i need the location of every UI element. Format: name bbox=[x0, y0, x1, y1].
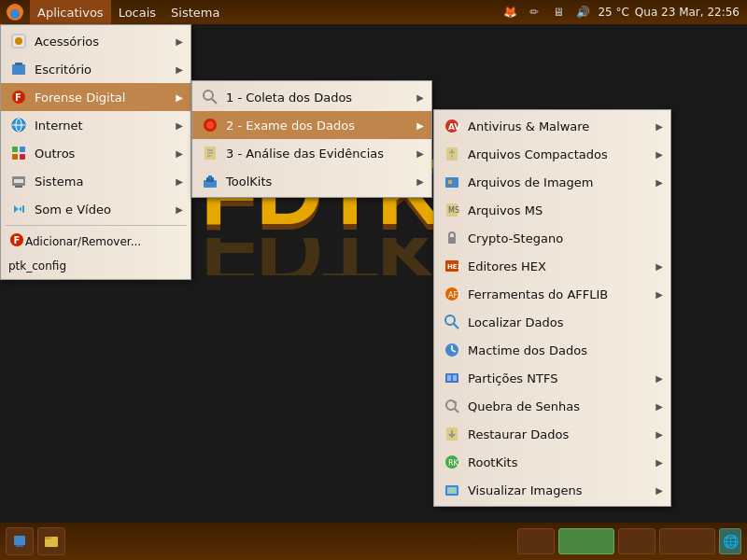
svg-rect-43 bbox=[448, 237, 456, 244]
menu-item-toolkits[interactable]: ToolKits ▶ bbox=[192, 167, 431, 195]
editores-hex-arrow: ▶ bbox=[655, 261, 663, 272]
menu-item-arq-imagem[interactable]: Arquivos de Imagem ▶ bbox=[434, 168, 670, 196]
menu-item-quebra-senhas[interactable]: Quebra de Senhas ▶ bbox=[434, 392, 670, 420]
internet-arrow: ▶ bbox=[176, 120, 183, 131]
system-tray: 🦊 ✏️ 🖥 🔊 25 °C Qua 23 Mar, 22:56 bbox=[500, 3, 747, 21]
svg-text:AFF: AFF bbox=[448, 291, 460, 300]
svg-point-23 bbox=[204, 91, 213, 100]
menubar-aplicativos[interactable]: Aplicativos bbox=[30, 0, 111, 24]
forense-icon: F bbox=[8, 87, 29, 107]
arq-imagem-icon bbox=[442, 172, 462, 192]
svg-rect-69 bbox=[45, 537, 51, 539]
menu-item-somvideo[interactable]: Som e Vídeo ▶ bbox=[1, 195, 190, 223]
taskbar-app-2[interactable] bbox=[558, 528, 614, 554]
firefox-tray-icon[interactable]: 🦊 bbox=[500, 3, 519, 21]
acessorios-icon bbox=[8, 31, 29, 51]
arq-ms-icon: MS bbox=[442, 200, 462, 220]
toolkits-icon bbox=[200, 171, 220, 191]
svg-point-3 bbox=[15, 37, 22, 45]
svg-rect-54 bbox=[447, 375, 451, 381]
crypto-icon bbox=[442, 228, 462, 248]
exame-arrow: ▶ bbox=[416, 120, 424, 131]
menu-level1: Acessórios ▶ Escritório ▶ F Forense Digi… bbox=[0, 24, 191, 280]
menu-item-acessorios[interactable]: Acessórios ▶ bbox=[1, 27, 190, 55]
coleta-icon bbox=[200, 87, 220, 107]
svg-text:AV: AV bbox=[448, 122, 460, 132]
menu-item-arq-ms[interactable]: MS Arquivos MS bbox=[434, 196, 670, 224]
exame-icon bbox=[200, 115, 220, 135]
outros-arrow: ▶ bbox=[176, 148, 183, 159]
menu-item-editores-hex[interactable]: HEX Editores HEX ▶ bbox=[434, 252, 670, 280]
analise-arrow: ▶ bbox=[416, 148, 424, 159]
menu-item-particoes[interactable]: Partições NTFS ▶ bbox=[434, 364, 670, 392]
edit-tray-icon[interactable]: ✏️ bbox=[525, 3, 543, 21]
antivirus-icon: AV bbox=[442, 116, 462, 136]
volume-tray-icon[interactable]: 🔊 bbox=[573, 3, 592, 21]
taskbar-app-1[interactable] bbox=[517, 528, 555, 554]
svg-text:RK: RK bbox=[448, 459, 459, 468]
visualizar-icon bbox=[442, 480, 462, 500]
coleta-arrow: ▶ bbox=[416, 92, 424, 103]
svg-rect-66 bbox=[14, 536, 25, 545]
show-desktop-icon bbox=[12, 534, 27, 549]
svg-line-24 bbox=[212, 99, 217, 104]
forense-arrow: ▶ bbox=[176, 92, 183, 103]
app-menu-icon[interactable] bbox=[4, 1, 26, 23]
menu-item-outros[interactable]: Outros ▶ bbox=[1, 139, 190, 167]
analise-icon bbox=[200, 143, 220, 163]
menu-item-internet[interactable]: Internet ▶ bbox=[1, 111, 190, 139]
ferramentas-afflib-icon: AFF bbox=[442, 284, 462, 304]
menu-item-adicionar[interactable]: F Adicionar/Remover... bbox=[1, 228, 190, 255]
ferramentas-afflib-arrow: ▶ bbox=[655, 289, 663, 300]
menu-item-ptk-config[interactable]: ptk_config bbox=[1, 255, 190, 277]
submenu-container: 1 - Coleta dos Dados ▶ 2 - Exame dos Dad… bbox=[191, 80, 432, 198]
svg-rect-16 bbox=[15, 186, 22, 188]
acessorios-arrow: ▶ bbox=[176, 36, 183, 47]
svg-rect-20 bbox=[22, 205, 24, 213]
svg-rect-4 bbox=[12, 64, 25, 75]
menu-item-restaurar[interactable]: Restaurar Dados ▶ bbox=[434, 420, 670, 448]
menu-item-crypto[interactable]: Crypto-Stegano bbox=[434, 224, 670, 252]
restaurar-arrow: ▶ bbox=[655, 429, 663, 440]
menu-item-ferramentas-afflib[interactable]: AFF Ferramentas do AFFLIB ▶ bbox=[434, 280, 670, 308]
svg-point-26 bbox=[206, 121, 214, 129]
menubar-locais[interactable]: Locais bbox=[111, 0, 163, 24]
menu-item-sistema[interactable]: Sistema ▶ bbox=[1, 167, 190, 195]
menu-item-localizar[interactable]: Localizar Dados bbox=[434, 308, 670, 336]
svg-rect-17 bbox=[14, 179, 23, 183]
display-tray-icon[interactable]: 🖥 bbox=[549, 3, 568, 21]
svg-rect-12 bbox=[20, 147, 25, 152]
menu-item-mactime[interactable]: Mactime dos Dados bbox=[434, 336, 670, 364]
escritorio-arrow: ▶ bbox=[176, 64, 183, 75]
menu-item-coleta[interactable]: 1 - Coleta dos Dados ▶ bbox=[192, 83, 431, 111]
svg-point-1 bbox=[10, 9, 20, 19]
menu-item-arq-compact[interactable]: Arquivos Compactados ▶ bbox=[434, 140, 670, 168]
menu-item-visualizar[interactable]: Visualizar Imagens ▶ bbox=[434, 476, 670, 504]
taskbar-show-desktop[interactable] bbox=[6, 527, 34, 555]
taskbar-app-3[interactable] bbox=[618, 528, 655, 554]
svg-rect-5 bbox=[15, 63, 22, 65]
menu-item-rootkits[interactable]: RK RootKits ▶ bbox=[434, 448, 670, 476]
svg-rect-55 bbox=[453, 375, 457, 381]
somvideo-icon bbox=[8, 199, 29, 219]
file-manager-icon bbox=[44, 534, 59, 549]
menu-item-exame[interactable]: 2 - Exame dos Dados ▶ bbox=[192, 111, 431, 139]
particoes-arrow: ▶ bbox=[655, 373, 663, 384]
menubar-sistema[interactable]: Sistema bbox=[163, 0, 227, 24]
taskbar-app-4[interactable] bbox=[659, 528, 715, 554]
adicionar-icon: F bbox=[8, 231, 25, 251]
menu-item-antivirus[interactable]: AV Antivirus & Malware ▶ bbox=[434, 112, 670, 140]
somvideo-arrow: ▶ bbox=[176, 204, 183, 215]
visualizar-arrow: ▶ bbox=[655, 485, 663, 496]
svg-text:HEX: HEX bbox=[447, 263, 460, 271]
menu-item-escritorio[interactable]: Escritório ▶ bbox=[1, 55, 190, 83]
taskbar-file-manager[interactable] bbox=[37, 527, 65, 555]
menu-item-forense[interactable]: F Forense Digital ▶ bbox=[1, 83, 190, 111]
quebra-senhas-icon bbox=[442, 396, 462, 416]
quebra-senhas-arrow: ▶ bbox=[655, 401, 663, 412]
localizar-icon bbox=[442, 312, 462, 332]
taskbar-app-5[interactable]: 🌐 bbox=[719, 528, 741, 554]
svg-point-48 bbox=[445, 315, 455, 325]
menu-item-analise[interactable]: 3 - Análise das Evidências ▶ bbox=[192, 139, 431, 167]
sistema-arrow: ▶ bbox=[176, 176, 183, 187]
